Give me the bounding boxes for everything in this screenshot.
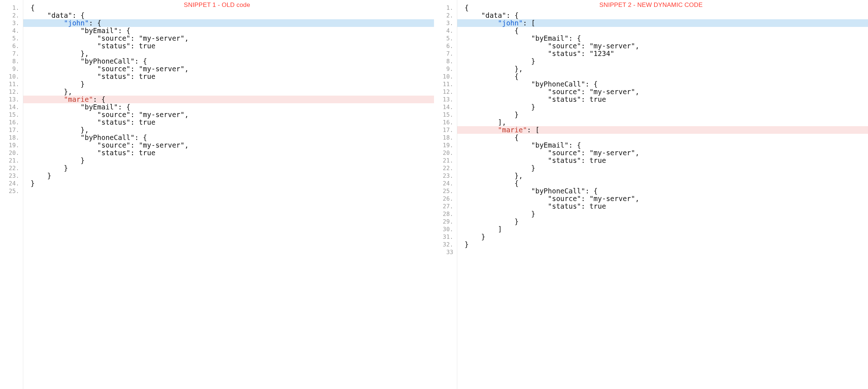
- code-line[interactable]: "source": "my-server",: [23, 141, 434, 149]
- line-number: 11.: [0, 80, 23, 88]
- code-line[interactable]: "status": true: [457, 202, 868, 210]
- code-line[interactable]: "source": "my-server",: [23, 65, 434, 73]
- code-line[interactable]: },: [23, 88, 434, 96]
- code-token: : [: [523, 19, 535, 27]
- code-line[interactable]: "byEmail": {: [23, 27, 434, 35]
- code-line[interactable]: "data": {: [457, 12, 868, 19]
- code-token: },: [31, 49, 89, 57]
- code-token: "source": "my-server",: [31, 111, 189, 119]
- code-line[interactable]: {: [457, 27, 868, 35]
- code-token: "status": true: [465, 202, 606, 210]
- code-line[interactable]: ]: [457, 225, 868, 233]
- code-line[interactable]: "byPhoneCall": {: [23, 134, 434, 141]
- left-code-area[interactable]: { "data": { "john": { "byEmail": { "sour…: [23, 0, 434, 389]
- code-token: }: [31, 172, 51, 180]
- code-line[interactable]: {: [457, 180, 868, 187]
- code-line[interactable]: },: [23, 126, 434, 134]
- line-number: 26.: [434, 195, 457, 202]
- code-line[interactable]: "status": true: [23, 42, 434, 50]
- line-number: 17.: [434, 126, 457, 134]
- code-token: [465, 19, 498, 27]
- line-number: 6.: [434, 42, 457, 50]
- code-line[interactable]: },: [23, 50, 434, 57]
- left-diff-pane: SNIPPET 1 - OLD code 1.2.3.4.5.6.7.8.9.1…: [0, 0, 434, 389]
- code-line[interactable]: }: [457, 57, 868, 65]
- code-token: }: [465, 164, 535, 172]
- code-token: {: [465, 133, 519, 141]
- code-token: "byEmail": {: [31, 103, 131, 111]
- code-line[interactable]: "source": "my-server",: [23, 35, 434, 42]
- code-line[interactable]: ],: [457, 119, 868, 126]
- code-line[interactable]: "marie": {: [23, 96, 434, 103]
- code-line[interactable]: {: [457, 134, 868, 141]
- code-line[interactable]: }: [457, 103, 868, 111]
- code-line[interactable]: }: [23, 80, 434, 88]
- code-line[interactable]: }: [457, 218, 868, 225]
- code-line[interactable]: "john": [: [457, 19, 868, 27]
- code-line[interactable]: "status": true: [23, 119, 434, 126]
- line-number: 15.: [434, 111, 457, 119]
- code-line[interactable]: {: [457, 4, 868, 12]
- code-token: "byEmail": {: [465, 141, 581, 149]
- code-line[interactable]: }: [23, 164, 434, 172]
- code-token: "status": true: [31, 149, 155, 157]
- code-line[interactable]: "data": {: [23, 12, 434, 19]
- line-number: 3.: [0, 19, 23, 27]
- code-line[interactable]: [457, 248, 868, 256]
- code-line[interactable]: "byEmail": {: [457, 141, 868, 149]
- line-number: 5.: [434, 35, 457, 42]
- code-line[interactable]: "status": true: [457, 157, 868, 164]
- line-number: 24.: [0, 180, 23, 187]
- line-number: 14.: [434, 103, 457, 111]
- code-line[interactable]: "status": true: [23, 149, 434, 157]
- code-line[interactable]: [23, 187, 434, 195]
- code-token: : {: [89, 19, 101, 27]
- code-line[interactable]: "byEmail": {: [23, 103, 434, 111]
- code-line[interactable]: "source": "my-server",: [23, 111, 434, 119]
- code-token: },: [31, 126, 89, 134]
- code-line[interactable]: "byPhoneCall": {: [457, 187, 868, 195]
- right-code-area[interactable]: { "data": { "john": [ { "byEmail": { "so…: [457, 0, 868, 389]
- code-line[interactable]: "status": true: [23, 73, 434, 80]
- left-line-gutter: 1.2.3.4.5.6.7.8.9.10.11.12.13.14.15.16.1…: [0, 0, 23, 389]
- code-line[interactable]: "status": "1234": [457, 50, 868, 57]
- code-token: "data": {: [31, 11, 85, 19]
- code-line[interactable]: }: [457, 241, 868, 248]
- code-token: : [: [527, 126, 539, 134]
- code-line[interactable]: }: [457, 233, 868, 241]
- code-line[interactable]: },: [457, 172, 868, 180]
- code-token: "byPhoneCall": {: [31, 57, 147, 65]
- highlighted-token: "marie": [64, 95, 93, 103]
- code-line[interactable]: "status": true: [457, 96, 868, 103]
- code-line[interactable]: "john": {: [23, 19, 434, 27]
- code-line[interactable]: }: [457, 164, 868, 172]
- code-token: },: [465, 172, 523, 180]
- code-line[interactable]: }: [23, 157, 434, 164]
- code-token: [31, 95, 64, 103]
- code-line[interactable]: "source": "my-server",: [457, 42, 868, 50]
- line-number: 25.: [434, 187, 457, 195]
- code-line[interactable]: "byPhoneCall": {: [23, 57, 434, 65]
- highlighted-token: "marie": [498, 126, 527, 134]
- line-number: 21.: [434, 157, 457, 164]
- code-line[interactable]: }: [457, 111, 868, 119]
- code-token: "source": "my-server",: [465, 149, 639, 157]
- code-token: }: [31, 80, 85, 88]
- code-token: "status": true: [31, 118, 155, 126]
- code-token: "source": "my-server",: [465, 88, 639, 96]
- line-number: 19.: [0, 141, 23, 149]
- code-line[interactable]: "byPhoneCall": {: [457, 80, 868, 88]
- code-line[interactable]: "source": "my-server",: [457, 149, 868, 157]
- code-line[interactable]: "byEmail": {: [457, 35, 868, 42]
- code-line[interactable]: "source": "my-server",: [457, 195, 868, 202]
- code-line[interactable]: "source": "my-server",: [457, 88, 868, 96]
- line-number: 7.: [0, 50, 23, 57]
- line-number: 5.: [0, 35, 23, 42]
- code-line[interactable]: {: [23, 4, 434, 12]
- code-line[interactable]: }: [457, 210, 868, 218]
- code-line[interactable]: }: [23, 172, 434, 180]
- code-line[interactable]: }: [23, 180, 434, 187]
- code-line[interactable]: {: [457, 73, 868, 80]
- code-line[interactable]: "marie": [: [457, 126, 868, 134]
- code-line[interactable]: },: [457, 65, 868, 73]
